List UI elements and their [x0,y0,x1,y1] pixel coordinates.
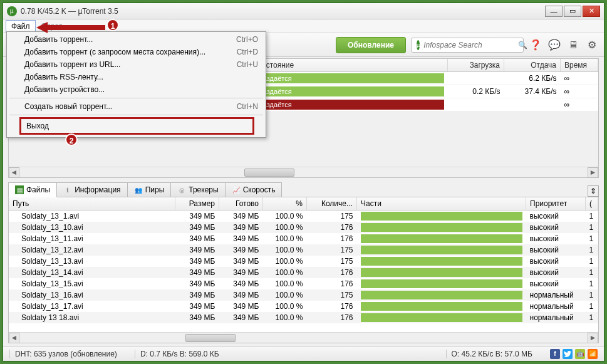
search-logo-icon: µ [417,40,420,50]
app-logo-icon: µ [7,6,17,16]
files-icon: ▤ [15,185,24,194]
fh-pieces[interactable]: Количе... [307,197,357,211]
files-h-scrollbar[interactable]: ◄ ► [9,332,598,343]
tab-speed[interactable]: 📈Скорость [225,182,283,197]
fh-done[interactable]: Готово [219,197,263,211]
col-down[interactable]: Загрузка [448,59,504,72]
twitter-icon[interactable] [563,349,573,359]
menu-create-torrent[interactable]: Создать новый торрент...Ctrl+N [8,100,264,113]
social-icons: f 🤖 📶 [550,349,598,359]
tab-trackers[interactable]: ◎Трекеры [170,182,225,197]
files-panel: Путь Размер Готово % Количе... Части При… [8,197,599,343]
file-row[interactable]: Soldaty_13_12.avi349 МБ349 МБ100.0 %175в… [9,244,598,256]
rss-icon[interactable]: 📶 [588,349,598,359]
menu-exit-highlighted[interactable]: Выход [19,117,254,135]
detail-tabs: ▤Файлы ℹИнформация 👥Пиры ◎Трекеры 📈Скоро… [8,182,599,197]
fh-size[interactable]: Размер [175,197,219,211]
remote-icon[interactable]: 🖥 [566,38,580,52]
file-row[interactable]: Soldaty_13_17.avi349 МБ349 МБ100.0 %176н… [9,301,598,312]
fh-last[interactable]: ( [586,197,598,211]
scroll-thumb[interactable] [185,334,236,342]
fh-pct[interactable]: % [263,197,307,211]
close-button[interactable]: ✕ [583,6,600,17]
col-up[interactable]: Отдача [504,59,561,72]
file-row[interactable]: Soldaty 13 18.avi349 МБ349 МБ100.0 %176н… [9,312,598,323]
search-icon[interactable]: 🔍 [518,41,527,49]
scroll-thumb[interactable] [244,169,294,177]
speed-icon: 📈 [232,185,241,194]
fh-parts[interactable]: Части [357,197,526,211]
h-scrollbar[interactable]: ◄ ► [9,167,598,177]
menu-add-torrent[interactable]: Добавить торрент...Ctrl+O [8,33,264,46]
menu-add-url[interactable]: Добавить торрент из URL...Ctrl+U [8,58,264,71]
annotation-arrow [36,22,105,33]
titlebar[interactable]: µ 0.78 K/45.2 K — µTorrent 3.5 — ▭ ✕ [3,3,604,19]
help-icon[interactable]: ❓ [529,38,542,52]
col-time[interactable]: Время [561,59,598,72]
annotation-badge-1: 1 [106,19,119,31]
menu-separator [9,115,263,115]
window-title: 0.78 K/45.2 K — µTorrent 3.5 [21,7,545,16]
window-buttons: — ▭ ✕ [545,6,600,17]
status-down: D: 0.7 КБ/s В: 569.0 КБ [135,350,224,358]
gear-icon[interactable]: ⚙ [585,38,599,52]
menu-add-rss[interactable]: Добавить RSS-ленту... [8,71,264,83]
menu-add-torrent-ask[interactable]: Добавить торрент (с запросом места сохра… [8,46,264,58]
statusbar: DHT: 635 узлов (обновление) D: 0.7 КБ/s … [3,346,604,361]
file-row[interactable]: Soldaty_13_16.avi349 МБ349 МБ100.0 %175н… [9,289,598,301]
status-dht: DHT: 635 узлов (обновление) [9,350,122,358]
fh-path[interactable]: Путь [9,197,175,211]
scroll-right-icon[interactable]: ► [588,333,598,343]
scroll-left-icon[interactable]: ◄ [9,333,19,343]
tab-files[interactable]: ▤Файлы [8,182,57,197]
maximize-button[interactable]: ▭ [564,6,581,17]
file-menu-dropdown: Добавить торрент...Ctrl+O Добавить торре… [6,31,266,138]
chat-icon[interactable]: 💬 [547,38,561,52]
tab-peers[interactable]: 👥Пиры [127,182,172,197]
status-up: O: 45.2 КБ/с В: 57.0 МБ [446,350,537,358]
file-row[interactable]: Soldaty_13_1.avi349 МБ349 МБ100.0 %175вы… [9,211,598,222]
svg-marker-0 [36,22,105,33]
peers-icon: 👥 [134,185,143,194]
tab-info[interactable]: ℹИнформация [56,182,127,197]
android-icon[interactable]: 🤖 [575,349,585,359]
search-box[interactable]: µ 🔍 [411,38,524,53]
fh-prio[interactable]: Приоритет [526,197,586,211]
scroll-left-icon[interactable]: ◄ [9,167,19,178]
file-row[interactable]: Soldaty_13_10.avi349 МБ349 МБ100.0 %176в… [9,222,598,233]
file-row[interactable]: Soldaty_13_11.avi349 МБ349 МБ100.0 %176в… [9,233,598,244]
update-button[interactable]: Обновление [336,37,406,53]
tab-expand-button[interactable]: ⇕ [588,185,599,197]
file-row[interactable]: Soldaty_13_14.avi349 МБ349 МБ100.0 %176в… [9,267,598,278]
file-row[interactable]: Soldaty_13_13.avi349 МБ349 МБ100.0 %175в… [9,256,598,267]
search-input[interactable] [423,41,518,49]
menu-separator [9,98,263,98]
facebook-icon[interactable]: f [550,349,560,359]
minimize-button[interactable]: — [545,6,563,17]
file-row[interactable]: Soldaty_13_15.avi349 МБ349 МБ100.0 %176в… [9,278,598,289]
menu-add-device[interactable]: Добавить устройство... [8,83,264,96]
trackers-icon: ◎ [177,185,186,194]
annotation-badge-2: 2 [65,133,78,146]
info-icon: ℹ [63,185,72,194]
menu-file[interactable]: Файл [6,20,36,33]
scroll-right-icon[interactable]: ► [588,167,598,178]
